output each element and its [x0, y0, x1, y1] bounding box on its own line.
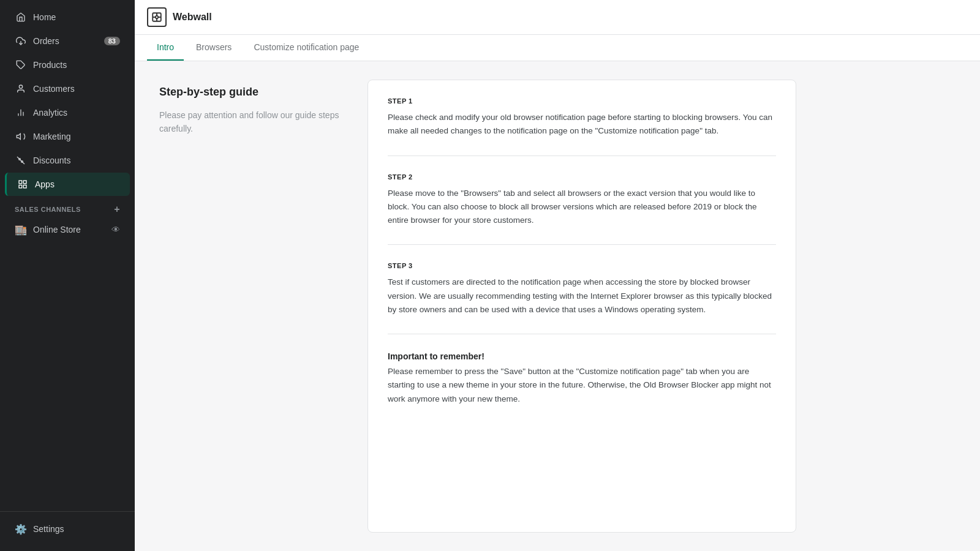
- tab-browsers[interactable]: Browsers: [186, 35, 241, 61]
- sidebar-item-products[interactable]: Products: [5, 53, 130, 77]
- settings-icon: ⚙️: [15, 523, 27, 535]
- step-block-important: Important to remember! Please remember t…: [388, 351, 776, 406]
- sidebar-item-settings[interactable]: ⚙️ Settings: [5, 517, 130, 541]
- sidebar-label-customers: Customers: [33, 84, 75, 94]
- guide-heading: Step-by-step guide: [159, 86, 343, 99]
- main-content: Webwall IntroBrowsersCustomize notificat…: [135, 0, 980, 551]
- sidebar-label-marketing: Marketing: [33, 132, 70, 141]
- step-text-step3: Test if customers are directed to the no…: [388, 276, 776, 317]
- sidebar-nav: Home Orders 83 Products Customers Analyt…: [0, 0, 135, 511]
- topbar: Webwall: [135, 0, 980, 35]
- step-block-step2: STEP 2 Please move to the "Browsers" tab…: [388, 173, 776, 246]
- sidebar-item-apps[interactable]: Apps: [5, 173, 130, 196]
- app-title: Webwall: [173, 12, 212, 23]
- sales-channels-section: SALES CHANNELS +: [5, 197, 130, 217]
- apps-icon: [17, 178, 29, 190]
- sidebar-item-online-store[interactable]: 🏬 Online Store 👁: [5, 218, 130, 241]
- discounts-icon: [15, 154, 27, 167]
- sidebar-item-orders[interactable]: Orders 83: [5, 29, 130, 53]
- sales-channels-label: SALES CHANNELS: [15, 206, 81, 213]
- step-label-step1: STEP 1: [388, 97, 776, 105]
- sidebar-item-customers[interactable]: Customers: [5, 77, 130, 100]
- marketing-icon: [15, 130, 27, 143]
- step-label-step3: STEP 3: [388, 262, 776, 269]
- step-text-step1: Please check and modify your old browser…: [388, 111, 776, 138]
- steps-card: STEP 1 Please check and modify your old …: [368, 80, 796, 533]
- svg-rect-11: [19, 185, 22, 188]
- sidebar-label-analytics: Analytics: [33, 108, 67, 118]
- orders-icon: [15, 35, 27, 47]
- sidebar-label-products: Products: [33, 60, 67, 70]
- tabs-bar: IntroBrowsersCustomize notification page: [135, 35, 980, 61]
- home-icon: [15, 11, 27, 23]
- orders-badge: 83: [104, 37, 120, 45]
- svg-rect-9: [19, 181, 22, 184]
- sidebar-item-home[interactable]: Home: [5, 6, 130, 29]
- customers-icon: [15, 83, 27, 95]
- sidebar: Home Orders 83 Products Customers Analyt…: [0, 0, 135, 551]
- svg-rect-10: [23, 181, 26, 184]
- tab-customize[interactable]: Customize notification page: [244, 35, 369, 61]
- sidebar-item-analytics[interactable]: Analytics: [5, 101, 130, 124]
- guide-description: Please pay attention and follow our guid…: [159, 108, 343, 136]
- svg-rect-12: [23, 185, 26, 188]
- important-text: Please remember to press the "Save" butt…: [388, 365, 776, 406]
- sidebar-label-home: Home: [33, 12, 56, 22]
- guide-text-section: Step-by-step guide Please pay attention …: [159, 80, 343, 533]
- add-sales-channel-icon[interactable]: +: [114, 204, 120, 215]
- svg-point-2: [19, 85, 22, 88]
- svg-point-14: [156, 16, 159, 19]
- svg-marker-6: [17, 133, 20, 139]
- important-label: Important to remember!: [388, 351, 776, 361]
- step-block-step1: STEP 1 Please check and modify your old …: [388, 97, 776, 156]
- sidebar-item-marketing[interactable]: Marketing: [5, 125, 130, 148]
- step-label-step2: STEP 2: [388, 173, 776, 181]
- sidebar-item-discounts[interactable]: Discounts: [5, 149, 130, 172]
- sidebar-label-settings: Settings: [33, 524, 64, 534]
- step-block-step3: STEP 3 Test if customers are directed to…: [388, 262, 776, 334]
- app-logo: [147, 7, 167, 27]
- sidebar-label-discounts: Discounts: [33, 156, 70, 165]
- page-content: Step-by-step guide Please pay attention …: [135, 61, 980, 551]
- sidebar-bottom: ⚙️ Settings: [0, 511, 135, 551]
- sidebar-label-online-store: Online Store: [33, 225, 81, 234]
- sidebar-label-apps: Apps: [35, 179, 55, 189]
- online-store-eye-icon[interactable]: 👁: [111, 225, 120, 234]
- products-icon: [15, 59, 27, 71]
- tab-intro[interactable]: Intro: [147, 35, 184, 61]
- sidebar-label-orders: Orders: [33, 36, 59, 46]
- step-text-step2: Please move to the "Browsers" tab and se…: [388, 187, 776, 228]
- analytics-icon: [15, 107, 27, 119]
- online-store-icon: 🏬: [15, 223, 27, 236]
